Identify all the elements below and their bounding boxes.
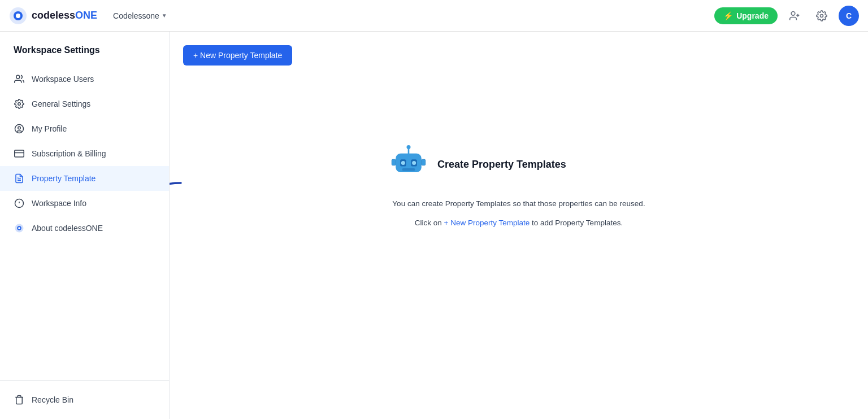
svg-point-7 — [16, 75, 20, 78]
empty-state-description: You can create Property Templates so tha… — [392, 198, 645, 210]
svg-point-27 — [412, 161, 416, 165]
workspace-name: Codelessone — [113, 11, 159, 20]
svg-point-20 — [18, 227, 20, 229]
svg-rect-30 — [402, 168, 415, 171]
sidebar-label-my-profile: My Profile — [32, 124, 67, 133]
svg-point-3 — [791, 11, 795, 15]
svg-point-22 — [407, 145, 411, 149]
sidebar-label-workspace-info: Workspace Info — [32, 199, 86, 208]
hint-prefix: Click on — [415, 219, 442, 227]
sidebar-label-workspace-users: Workspace Users — [32, 75, 94, 84]
workspace-selector[interactable]: Codelessone ▼ — [108, 9, 172, 23]
robot-icon — [389, 145, 428, 184]
main-layout: Workspace Settings Workspace Users — [0, 32, 868, 419]
sidebar-item-general-settings[interactable]: General Settings — [0, 91, 169, 116]
empty-state-title: Create Property Templates — [437, 159, 566, 171]
hint-suffix: to add Property Templates. — [532, 219, 623, 227]
sidebar-item-property-template[interactable]: Property Template — [0, 166, 169, 191]
codelessone-logo — [9, 7, 27, 25]
arrow-indicator — [170, 177, 181, 211]
gear-icon — [816, 10, 827, 21]
sidebar-item-subscription-billing[interactable]: Subscription & Billing — [0, 141, 169, 166]
svg-rect-11 — [15, 150, 24, 157]
hint-action: + New Property Template — [442, 219, 532, 227]
sidebar-title: Workspace Settings — [0, 45, 169, 67]
logo-area: codelessONE — [9, 7, 97, 25]
new-property-template-button[interactable]: + New Property Template — [183, 45, 292, 66]
gear-settings-icon — [14, 98, 25, 110]
sidebar-label-general-settings: General Settings — [32, 99, 90, 108]
upgrade-button[interactable]: ⚡ Upgrade — [714, 7, 778, 24]
sidebar-item-workspace-users[interactable]: Workspace Users — [0, 67, 169, 91]
svg-point-6 — [821, 14, 823, 17]
settings-button[interactable] — [811, 6, 832, 26]
upgrade-icon: ⚡ — [723, 11, 733, 20]
svg-rect-28 — [392, 159, 396, 165]
person-circle-icon — [14, 123, 25, 134]
logo-text: codelessONE — [32, 10, 97, 21]
upgrade-label: Upgrade — [736, 11, 769, 20]
recycle-bin-item[interactable]: Recycle Bin — [14, 390, 155, 410]
add-user-button[interactable] — [784, 6, 805, 26]
credit-card-icon — [14, 148, 25, 159]
sidebar-nav: Workspace Users General Settings — [0, 67, 169, 380]
empty-state-header: Create Property Templates — [389, 145, 566, 184]
svg-point-10 — [18, 126, 21, 129]
avatar-initial: C — [846, 11, 852, 20]
empty-state-hint: Click on + New Property Template to add … — [415, 217, 623, 229]
svg-point-25 — [401, 161, 405, 165]
new-template-btn-label: + New Property Template — [193, 51, 282, 60]
sidebar-bottom: Recycle Bin — [0, 380, 169, 419]
svg-point-8 — [18, 103, 21, 106]
sidebar-label-property-template: Property Template — [32, 174, 96, 183]
recycle-bin-icon — [14, 394, 25, 405]
sidebar-item-workspace-info[interactable]: Workspace Info — [0, 191, 169, 216]
content-area: + New Property Template — [170, 32, 868, 419]
top-navigation: codelessONE Codelessone ▼ ⚡ Upgrade C — [0, 0, 868, 32]
recycle-bin-label: Recycle Bin — [32, 395, 73, 404]
chevron-down-icon: ▼ — [162, 12, 167, 19]
sidebar-item-about-codelessone[interactable]: About codelessONE — [0, 216, 169, 241]
svg-rect-29 — [422, 159, 426, 165]
sidebar-label-about-codelessone: About codelessONE — [32, 224, 103, 233]
sidebar-label-subscription-billing: Subscription & Billing — [32, 149, 106, 158]
sidebar: Workspace Settings Workspace Users — [0, 32, 170, 419]
users-icon — [14, 73, 25, 85]
user-avatar-button[interactable]: C — [839, 6, 859, 26]
info-circle-icon — [14, 198, 25, 209]
codelessone-icon — [14, 222, 25, 234]
person-plus-icon — [789, 10, 800, 21]
document-icon — [14, 173, 25, 184]
sidebar-item-my-profile[interactable]: My Profile — [0, 116, 169, 141]
empty-state: Create Property Templates You can create… — [377, 99, 660, 274]
svg-point-2 — [16, 14, 20, 18]
